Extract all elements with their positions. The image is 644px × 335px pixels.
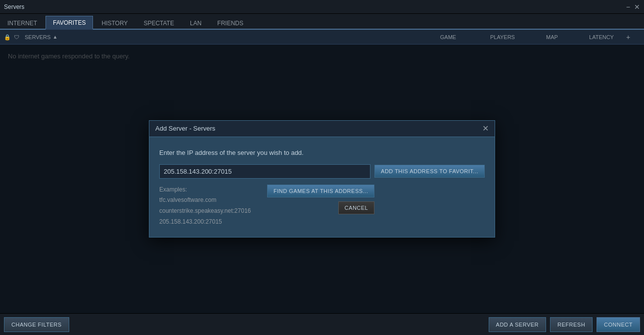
modal-titlebar: Add Server - Servers ✕ bbox=[149, 121, 495, 137]
column-headers: 🔒 🛡 SERVERS ▲ GAME PLAYERS MAP LATENCY + bbox=[0, 30, 644, 45]
cancel-button[interactable]: CANCEL bbox=[338, 201, 375, 214]
servers-label: SERVERS bbox=[25, 34, 50, 40]
refresh-button[interactable]: REFRESH bbox=[550, 317, 593, 332]
tabs-container: INTERNET FAVORITES HISTORY SPECTATE LAN … bbox=[0, 14, 644, 30]
title-bar-controls: − ✕ bbox=[626, 3, 640, 10]
modal-close-button[interactable]: ✕ bbox=[482, 125, 489, 133]
tab-internet[interactable]: INTERNET bbox=[0, 16, 45, 30]
tab-friends[interactable]: FRIENDS bbox=[210, 16, 251, 30]
modal-title: Add Server - Servers bbox=[155, 125, 215, 132]
add-column-icon: + bbox=[626, 33, 630, 41]
main-content: No internet games responded to the query… bbox=[0, 45, 644, 313]
bottom-left-controls: CHANGE FILTERS bbox=[4, 317, 69, 332]
modal-instruction: Enter the IP address of the server you w… bbox=[159, 149, 485, 156]
bottom-bar: CHANGE FILTERS ADD A SERVER REFRESH CONN… bbox=[0, 313, 644, 335]
add-server-button[interactable]: ADD A SERVER bbox=[489, 317, 547, 332]
modal-body: Enter the IP address of the server you w… bbox=[149, 137, 495, 237]
col-lock-header: 🔒 bbox=[4, 34, 14, 41]
col-secure-header: 🛡 bbox=[14, 34, 25, 41]
server-address-input[interactable] bbox=[159, 164, 370, 179]
col-add-header[interactable]: + bbox=[626, 33, 640, 41]
examples-label: Examples: bbox=[159, 186, 187, 193]
tab-history[interactable]: HISTORY bbox=[94, 16, 135, 30]
close-button[interactable]: ✕ bbox=[634, 3, 640, 10]
modal-buttons-column: FIND GAMES AT THIS ADDRESS... CANCEL bbox=[261, 185, 374, 227]
change-filters-button[interactable]: CHANGE FILTERS bbox=[4, 317, 69, 332]
add-server-modal: Add Server - Servers ✕ Enter the IP addr… bbox=[149, 120, 495, 238]
title-bar: Servers − ✕ bbox=[0, 0, 644, 14]
col-game-header[interactable]: GAME bbox=[418, 34, 478, 40]
modal-examples-section: Examples: tfc.valvesoftware.com counters… bbox=[159, 185, 485, 227]
modal-input-row: ADD THIS ADDRESS TO FAVORIT... bbox=[159, 164, 485, 179]
example-1: tfc.valvesoftware.com bbox=[159, 196, 216, 203]
tab-lan[interactable]: LAN bbox=[183, 16, 209, 30]
find-games-button[interactable]: FIND GAMES AT THIS ADDRESS... bbox=[267, 185, 374, 197]
lock-icon: 🔒 bbox=[4, 34, 11, 40]
col-latency-header[interactable]: LATENCY bbox=[577, 34, 626, 40]
tab-favorites[interactable]: FAVORITES bbox=[46, 16, 93, 30]
modal-backdrop: Add Server - Servers ✕ Enter the IP addr… bbox=[0, 45, 644, 313]
col-map-header[interactable]: MAP bbox=[527, 34, 577, 40]
window-title: Servers bbox=[4, 3, 24, 10]
connect-button[interactable]: CONNECT bbox=[597, 317, 640, 332]
tab-spectate[interactable]: SPECTATE bbox=[136, 16, 182, 30]
col-players-header[interactable]: PLAYERS bbox=[478, 34, 527, 40]
examples-text: Examples: tfc.valvesoftware.com counters… bbox=[159, 185, 251, 227]
sort-arrow: ▲ bbox=[52, 34, 57, 40]
bottom-right-controls: ADD A SERVER REFRESH CONNECT bbox=[489, 317, 640, 332]
example-2: counterstrike.speakeasy.net:27016 bbox=[159, 207, 251, 214]
add-address-button[interactable]: ADD THIS ADDRESS TO FAVORIT... bbox=[374, 165, 485, 178]
secure-icon: 🛡 bbox=[14, 34, 19, 40]
minimize-button[interactable]: − bbox=[626, 3, 630, 10]
example-3: 205.158.143.200:27015 bbox=[159, 218, 222, 225]
col-servers-header[interactable]: SERVERS ▲ bbox=[25, 34, 418, 40]
